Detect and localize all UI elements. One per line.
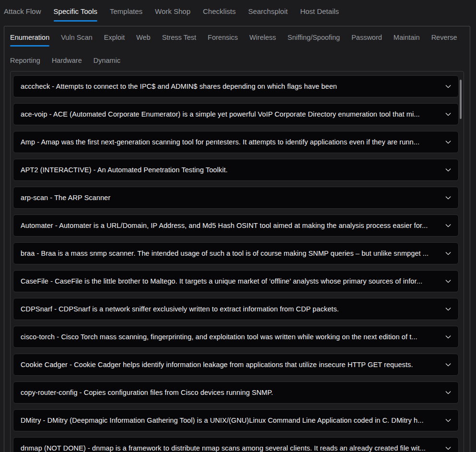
tab-active-underline — [54, 20, 97, 22]
subtab-active-underline — [288, 45, 340, 47]
subtab-active-underline — [61, 45, 93, 47]
subtab-wireless[interactable]: Wireless — [249, 31, 276, 48]
tab-specific-tools[interactable]: Specific Tools — [54, 0, 97, 22]
tool-accordion-item-automater[interactable]: Automater - Automater is a URL/Domain, I… — [13, 214, 459, 237]
tab-label: Checklists — [203, 7, 235, 15]
tool-label: acccheck - Attempts to connect to the IP… — [21, 83, 439, 90]
subtab-active-underline — [208, 45, 238, 47]
tool-label: copy-router-config - Copies configuratio… — [21, 389, 439, 396]
subtab-stress-test[interactable]: Stress Test — [162, 31, 196, 48]
tab-templates[interactable]: Templates — [110, 0, 142, 22]
category-row-1: Enumeration Vuln Scan Exploit Web Stress… — [10, 31, 464, 48]
tab-active-underline — [110, 20, 142, 22]
subtab-active-underline — [162, 45, 196, 47]
subtab-dynamic[interactable]: Dynamic — [93, 54, 120, 71]
tab-label: Work Shop — [155, 7, 190, 15]
tool-label: Amp - Amap was the first next-generation… — [21, 138, 439, 146]
subtab-label: Dynamic — [93, 57, 120, 64]
tab-attack-flow[interactable]: Attack Flow — [4, 0, 41, 22]
subtab-active-underline — [394, 45, 420, 47]
subtab-active-underline — [431, 45, 457, 47]
tool-accordion-item-copy-router-config[interactable]: copy-router-config - Copies configuratio… — [13, 381, 459, 404]
subtab-active-underline — [249, 45, 276, 47]
tool-label: CaseFile - CaseFile is the little brothe… — [21, 277, 439, 285]
chevron-down-icon — [444, 277, 453, 285]
tab-label: Templates — [110, 7, 142, 15]
tool-accordion-item-apt2[interactable]: APT2 (INTERACTIVE) - An Automated Penetr… — [13, 159, 459, 181]
subtab-enumeration[interactable]: Enumeration — [10, 31, 49, 48]
subtab-active-underline — [52, 68, 82, 70]
tool-label: cisco-torch - Cisco Torch mass scanning,… — [21, 333, 439, 341]
subtab-label: Password — [351, 34, 382, 41]
tool-accordion-item-acccheck[interactable]: acccheck - Attempts to connect to the IP… — [13, 75, 459, 97]
chevron-down-icon — [444, 221, 453, 230]
tool-accordion-item-ace-voip[interactable]: ace-voip - ACE (Automated Corporate Enum… — [13, 103, 459, 125]
tab-label: Specific Tools — [54, 7, 97, 15]
subtab-label: Reverse — [431, 34, 457, 41]
tab-label: Host Details — [300, 7, 339, 15]
chevron-down-icon — [444, 138, 453, 146]
tool-label: ace-voip - ACE (Automated Corporate Enum… — [21, 110, 439, 118]
tool-accordion-item-cisco-torch[interactable]: cisco-torch - Cisco Torch mass scanning,… — [13, 326, 459, 348]
tab-active-underline — [155, 20, 190, 22]
subtab-active-underline — [10, 68, 40, 70]
subtab-label: Sniffing/Spoofing — [288, 34, 340, 41]
subtab-vuln-scan[interactable]: Vuln Scan — [61, 31, 93, 48]
chevron-down-icon — [444, 416, 453, 425]
subtab-sniffing-spoofing[interactable]: Sniffing/Spoofing — [288, 31, 340, 48]
tab-checklists[interactable]: Checklists — [203, 0, 235, 22]
tool-accordion-item-dmitry[interactable]: DMitry - DMitry (Deepmagic Information G… — [13, 409, 459, 431]
subtab-web[interactable]: Web — [136, 31, 151, 48]
subtab-active-underline — [10, 45, 49, 47]
chevron-down-icon — [444, 193, 453, 202]
tool-accordion-item-cookie-cadger[interactable]: Cookie Cadger - Cookie Cadger helps iden… — [13, 354, 459, 376]
tab-active-underline — [203, 20, 235, 22]
tab-searchsploit[interactable]: Searchsploit — [248, 0, 288, 22]
tool-label: CDPSnarf - CDPSnarf is a network sniffer… — [21, 305, 439, 313]
subtab-label: Maintain — [394, 34, 420, 41]
category-navigation: Enumeration Vuln Scan Exploit Web Stress… — [4, 26, 470, 71]
chevron-down-icon — [444, 388, 453, 397]
tool-label: Cookie Cadger - Cookie Cadger helps iden… — [21, 361, 439, 369]
subtab-label: Vuln Scan — [61, 34, 93, 41]
subtab-forensics[interactable]: Forensics — [208, 31, 238, 48]
subtab-maintain[interactable]: Maintain — [394, 31, 420, 48]
tab-label: Attack Flow — [4, 7, 41, 15]
tab-host-details[interactable]: Host Details — [300, 0, 339, 22]
tool-accordion-item-arp-scan[interactable]: arp-scan - The ARP Scanner — [13, 187, 459, 209]
tool-accordion-item-braa[interactable]: braa - Braa is a mass snmp scanner. The … — [13, 242, 459, 264]
subtab-exploit[interactable]: Exploit — [104, 31, 125, 48]
tool-accordion-item-dnmap[interactable]: dnmap (NOT DONE) - dnmap is a framework … — [13, 437, 459, 452]
tool-accordion-item-amp[interactable]: Amp - Amap was the first next-generation… — [13, 131, 459, 153]
tool-label: dnmap (NOT DONE) - dnmap is a framework … — [21, 444, 439, 452]
tool-label: DMitry - DMitry (Deepmagic Information G… — [21, 416, 439, 424]
chevron-down-icon — [444, 444, 453, 452]
subtab-active-underline — [351, 45, 382, 47]
subtab-label: Reporting — [10, 57, 40, 64]
subtab-label: Forensics — [208, 34, 238, 41]
specific-tools-panel: Enumeration Vuln Scan Exploit Web Stress… — [4, 26, 470, 452]
subtab-password[interactable]: Password — [351, 31, 382, 48]
tool-label: Automater - Automater is a URL/Domain, I… — [21, 222, 439, 229]
tool-accordion-item-casefile[interactable]: CaseFile - CaseFile is the little brothe… — [13, 270, 459, 292]
subtab-label: Stress Test — [162, 34, 196, 41]
tab-work-shop[interactable]: Work Shop — [155, 0, 190, 22]
subtab-reverse[interactable]: Reverse — [431, 31, 457, 48]
tool-list: acccheck - Attempts to connect to the IP… — [10, 71, 464, 452]
chevron-down-icon — [444, 166, 453, 174]
subtab-active-underline — [136, 45, 151, 47]
tool-label: APT2 (INTERACTIVE) - An Automated Penetr… — [21, 166, 439, 174]
subtab-active-underline — [93, 68, 120, 70]
tab-active-underline — [248, 20, 288, 22]
subtab-active-underline — [104, 45, 125, 47]
subtab-hardware[interactable]: Hardware — [52, 54, 82, 71]
subtab-label: Hardware — [52, 57, 82, 64]
tool-label: arp-scan - The ARP Scanner — [21, 194, 439, 202]
chevron-down-icon — [444, 360, 453, 369]
tool-accordion-item-cdpsnarf[interactable]: CDPSnarf - CDPSnarf is a network sniffer… — [13, 298, 459, 320]
category-row-2: Reporting Hardware Dynamic — [10, 54, 464, 71]
vertical-scrollbar-thumb[interactable] — [460, 80, 462, 119]
chevron-down-icon — [444, 305, 453, 313]
chevron-down-icon — [444, 82, 453, 91]
subtab-reporting[interactable]: Reporting — [10, 54, 40, 71]
